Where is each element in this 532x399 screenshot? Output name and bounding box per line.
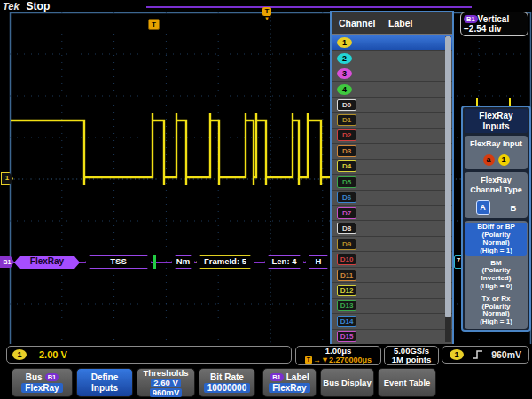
d12-badge: D12: [337, 285, 356, 296]
vertical-position-badge: B1Vertical −2.54 div: [460, 12, 528, 36]
bus-button-label: Bus: [26, 372, 43, 382]
d9-badge: D9: [337, 239, 356, 250]
b1-badge: B1: [45, 373, 59, 381]
d14-badge: D14: [337, 316, 356, 327]
label-button[interactable]: B1Label FlexRay: [262, 368, 317, 397]
channel-row-d1[interactable]: D1: [332, 112, 452, 127]
polarity-option-bm[interactable]: BM (Polarity Inverted) (High = 0): [466, 259, 527, 292]
trigger-source-badge: 1: [450, 349, 464, 360]
polarity-options-section: BDiff or BP (Polarity Normal) (High = 1)…: [465, 221, 528, 329]
d13-badge: D13: [337, 300, 356, 311]
define-label: Define: [91, 372, 119, 382]
d0-badge: D0: [337, 99, 356, 111]
trigger-point-marker: T: [148, 14, 160, 30]
channel-row-2[interactable]: 2: [332, 50, 452, 65]
decode-field-len: Len: 4: [264, 255, 304, 269]
channel-row-3[interactable]: 3: [332, 66, 452, 81]
tek-logo: Tek: [3, 1, 20, 12]
horizontal-readout: 1.00μs T→▼2.270000μs: [295, 346, 381, 365]
ch1-waveform: [11, 113, 330, 185]
event-table-button[interactable]: Event Table: [378, 368, 436, 397]
channel-row-d7[interactable]: D7: [332, 205, 452, 220]
flexray-input-section[interactable]: FlexRay Input a 1: [465, 136, 528, 169]
event-table-label: Event Table: [384, 378, 431, 387]
ch1-scale-value: 2.00 V: [39, 349, 67, 360]
d5-badge: D5: [337, 176, 356, 188]
top-bar: Tek Stop: [3, 0, 50, 12]
polarity-option-txrx[interactable]: Tx or Rx (Polarity Normal) (High = 1): [466, 294, 527, 327]
bus-name-label: FlexRay: [14, 256, 80, 269]
channel-row-d13[interactable]: D13: [332, 298, 452, 313]
channel-row-1[interactable]: 1: [332, 35, 452, 50]
bit-rate-button[interactable]: Bit Rate 10000000: [199, 368, 255, 397]
channel-row-d4[interactable]: D4: [332, 159, 452, 174]
channel-row-d9[interactable]: D9: [332, 236, 452, 251]
ch2-badge: 2: [337, 53, 352, 64]
channel-row-d5[interactable]: D5: [332, 174, 452, 189]
channel-row-d6[interactable]: D6: [332, 190, 452, 205]
decode-field-tss: TSS: [85, 255, 152, 269]
threshold-low-value: 960mV: [150, 388, 183, 397]
channel-label-panel: Channel Label 1 2 3 4 D0 D1 D2 D3 D4 D5 …: [330, 11, 454, 346]
label-value: FlexRay: [269, 383, 309, 393]
horizontal-scale-value: 1.00μs: [325, 347, 352, 356]
flexray-panel-title: FlexRay Inputs: [465, 109, 528, 133]
channel-rows: 1 2 3 4 D0 D1 D2 D3 D4 D5 D6 D7 D8 D9 D1…: [332, 35, 452, 344]
bus-display-label: Bus Display: [323, 378, 371, 387]
d6-badge: D6: [337, 192, 356, 203]
channel-row-d15[interactable]: D15: [332, 329, 452, 344]
thresholds-label: Thresholds: [143, 369, 188, 378]
thresholds-button[interactable]: Thresholds 2.60 V 960mV: [137, 368, 195, 397]
status-bar: 1 2.00 V 1.00μs T→▼2.270000μs 5.00GS/s 1…: [0, 344, 532, 366]
polarity-option-bdiff[interactable]: BDiff or BP (Polarity Normal) (High = 1): [466, 223, 527, 255]
channel-type-b-option[interactable]: B: [511, 203, 517, 213]
d15-badge: D15: [337, 331, 356, 342]
define-inputs-button[interactable]: Define Inputs: [76, 368, 133, 397]
ch1-scale-readout: 1 2.00 V: [6, 346, 292, 364]
ch4-badge: 4: [337, 84, 352, 95]
threshold-high-value: 2.60 V: [151, 379, 180, 387]
channel-row-d8[interactable]: D8: [332, 220, 452, 235]
channel-row-d10[interactable]: D10: [332, 251, 452, 266]
inputs-label: Inputs: [91, 383, 118, 393]
trigger-position-marker[interactable]: T ▼: [261, 1, 273, 20]
d4-badge: D4: [337, 160, 356, 172]
channel-list-scrollbar[interactable]: [445, 36, 451, 342]
acquisition-status: Stop: [27, 0, 51, 12]
bottom-menu-bar: BusB1 FlexRay Define Inputs Thresholds 2…: [0, 366, 532, 399]
channel-row-d0[interactable]: D0: [332, 97, 452, 112]
channel-row-d2[interactable]: D2: [332, 128, 452, 143]
input-a-badge: a: [483, 154, 495, 166]
scrollbar-thumb[interactable]: [445, 36, 451, 317]
channel-row-d11[interactable]: D11: [332, 267, 452, 282]
d11-badge: D11: [337, 270, 356, 281]
bus-type-value: FlexRay: [21, 383, 62, 393]
bit-rate-value: 10000000: [204, 383, 251, 393]
channel-row-4[interactable]: 4: [332, 81, 452, 96]
d1-badge: D1: [337, 114, 356, 126]
d3-badge: D3: [337, 145, 356, 157]
b1-badge: B1: [464, 15, 478, 23]
flexray-inputs-panel: FlexRay Inputs FlexRay Input a 1 FlexRay…: [461, 106, 531, 332]
flexray-channel-type-section: FlexRay Channel Type A B: [465, 172, 528, 219]
channel-row-d12[interactable]: D12: [332, 282, 452, 297]
decode-sample-tick: [153, 255, 156, 269]
ch1-badge: 1: [337, 37, 352, 48]
bit-rate-label: Bit Rate: [210, 372, 244, 382]
delay-arrows-icon: →▼: [313, 356, 329, 364]
channel-row-d14[interactable]: D14: [332, 313, 452, 328]
delay-value: 2.270000μs: [329, 356, 372, 364]
ch1-badge-icon: 1: [12, 349, 27, 360]
bus-button[interactable]: BusB1 FlexRay: [12, 368, 73, 397]
decode-field-header: H: [305, 255, 332, 269]
bus-display-button[interactable]: Bus Display: [320, 368, 374, 397]
trigger-t-icon: T: [148, 19, 160, 30]
channel-type-a-option[interactable]: A: [476, 200, 490, 215]
acquisition-readout: 5.00GS/s 1M points: [384, 346, 439, 365]
channel-row-d3[interactable]: D3: [332, 143, 452, 158]
b1-badge: B1: [270, 373, 284, 381]
channel-column-header: Channel: [339, 18, 388, 28]
trigger-t-icon: T: [262, 7, 271, 16]
d8-badge: D8: [337, 223, 356, 234]
record-length-value: 1M points: [392, 356, 431, 364]
